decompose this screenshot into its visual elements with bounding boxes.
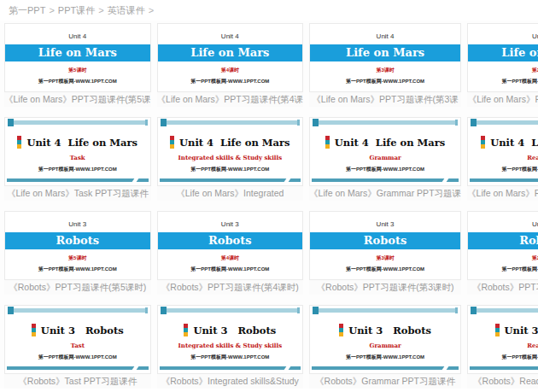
- courseware-item: Unit 3 Robots Tast 第一PPT模板网-WWW.1PPT.COM…: [4, 305, 151, 389]
- courseware-thumbnail[interactable]: Unit 3 Robots 第5课时 第一PPT模板网-WWW.1PPT.COM: [4, 211, 151, 280]
- courseware-caption-link[interactable]: 《Life on Mars》Reading PPT习题课: [467, 186, 538, 201]
- unit-label: Unit 3: [5, 220, 150, 228]
- lesson-number: 第2课时: [468, 67, 538, 74]
- watermark-text: 第一PPT模板网-WWW.1PPT.COM: [310, 78, 460, 85]
- watermark-text: 第一PPT模板网-WWW.1PPT.COM: [5, 266, 150, 273]
- bottom-bar-decoration: [470, 366, 538, 370]
- courseware-item: Unit 3 Robots 第2课时 第一PPT模板网-WWW.1PPT.COM…: [467, 211, 538, 295]
- watermark-text: 第一PPT模板网-WWW.1PPT.COM: [158, 166, 303, 173]
- bottom-bar-decoration: [312, 178, 459, 182]
- courseware-caption-link[interactable]: 《Life on Mars》Task PPT习题课件: [4, 186, 151, 201]
- courseware-thumbnail[interactable]: Unit 4 Life on Mars 第2课时 第一PPT模板网-WWW.1P…: [467, 23, 538, 92]
- slide-banner-title: Life on Mars: [468, 44, 538, 61]
- courseware-caption-link[interactable]: 《Life on Mars》PPT习题课件(第2课: [467, 92, 538, 107]
- bottom-bar-decoration: [470, 178, 538, 182]
- courseware-item: Unit 4 Life on Mars 第5课时 第一PPT模板网-WWW.1P…: [4, 23, 151, 107]
- unit-label: Unit 3: [468, 220, 538, 228]
- courseware-item: Unit 4 Life on Mars Task 第一PPT模板网-WWW.1P…: [4, 117, 151, 201]
- bottom-bar-decoration: [160, 178, 301, 182]
- top-bar-decoration: [8, 308, 148, 313]
- courseware-thumbnail[interactable]: Unit 3 Robots 第3课时 第一PPT模板网-WWW.1PPT.COM: [309, 211, 461, 280]
- watermark-text: 第一PPT模板网-WWW.1PPT.COM: [468, 166, 538, 173]
- breadcrumb-link[interactable]: 英语课件: [108, 5, 145, 15]
- courseware-item: Unit 3 Robots Integrated skills & Study …: [157, 305, 304, 389]
- top-bar-decoration: [313, 120, 458, 125]
- watermark-text: 第一PPT模板网-WWW.1PPT.COM: [310, 266, 460, 273]
- courseware-caption-link[interactable]: 《Robots》PPT习题课件(第2课时): [467, 280, 538, 295]
- courseware-caption-link[interactable]: 《Robots》PPT习题课件(第4课时): [157, 280, 304, 295]
- slide-banner-title: Life on Mars: [5, 44, 150, 61]
- stacked-cubes-icon: [170, 136, 174, 149]
- courseware-caption-link[interactable]: 《Life on Mars》Integrated: [157, 186, 304, 201]
- breadcrumb-separator: >: [49, 5, 54, 15]
- breadcrumb-link[interactable]: PPT课件: [58, 5, 95, 15]
- slide-title: Unit 3 Robots: [505, 325, 538, 336]
- slide-title: Unit 4 Life on Mars: [335, 137, 446, 149]
- unit-label: Unit 3: [158, 220, 303, 228]
- unit-label: Unit 4: [310, 32, 460, 40]
- courseware-caption-link[interactable]: 《Life on Mars》PPT习题课件(第3课: [309, 92, 461, 107]
- courseware-caption-link[interactable]: 《Life on Mars》PPT习题课件(第5课: [4, 92, 151, 107]
- breadcrumb-link[interactable]: 第一PPT: [9, 5, 45, 15]
- slide-banner-title: Robots: [468, 232, 538, 249]
- courseware-thumbnail[interactable]: Unit 4 Life on Mars 第3课时 第一PPT模板网-WWW.1P…: [309, 23, 461, 92]
- courseware-caption-link[interactable]: 《Robots》Integrated skills&Study: [157, 374, 304, 389]
- slide-subtitle: Task: [5, 154, 150, 161]
- courseware-caption-link[interactable]: 《Robots》Tast PPT习题课件: [4, 374, 151, 389]
- breadcrumb-separator: >: [149, 5, 154, 15]
- courseware-thumbnail[interactable]: Unit 3 Robots Integrated skills & Study …: [157, 305, 304, 374]
- slide-title: Unit 4 Life on Mars: [179, 137, 290, 149]
- stacked-cubes-icon: [495, 324, 500, 336]
- courseware-thumbnail[interactable]: Unit 3 Robots Tast 第一PPT模板网-WWW.1PPT.COM: [4, 305, 151, 374]
- slide-subtitle: Integrated skills & Study skills: [158, 342, 303, 349]
- courseware-caption-link[interactable]: 《Robots》Grammar PPT习题课件: [309, 374, 461, 389]
- courseware-thumbnail[interactable]: Unit 4 Life on Mars Task 第一PPT模板网-WWW.1P…: [4, 117, 151, 186]
- courseware-item: Unit 3 Robots Grammar 第一PPT模板网-WWW.1PPT.…: [309, 305, 461, 389]
- courseware-thumbnail[interactable]: Unit 3 Robots 第2课时 第一PPT模板网-WWW.1PPT.COM: [467, 211, 538, 280]
- top-bar-decoration: [471, 120, 538, 125]
- watermark-text: 第一PPT模板网-WWW.1PPT.COM: [158, 78, 303, 85]
- courseware-caption-link[interactable]: 《Life on Mars》PPT习题课件(第4课: [157, 92, 304, 107]
- slide-title: Unit 4 Life on Mars: [26, 137, 137, 149]
- slide-title: Unit 3 Robots: [41, 325, 124, 336]
- top-bar-decoration: [161, 120, 301, 125]
- breadcrumb: 第一PPT>PPT课件>英语课件>: [0, 0, 538, 20]
- bottom-bar-decoration: [312, 366, 459, 370]
- courseware-thumbnail[interactable]: Unit 4 Life on Mars 第4课时 第一PPT模板网-WWW.1P…: [157, 23, 304, 92]
- breadcrumb-separator: >: [98, 5, 103, 15]
- bottom-bar-decoration: [7, 178, 149, 182]
- courseware-thumbnail[interactable]: Unit 3 Robots Grammar 第一PPT模板网-WWW.1PPT.…: [309, 305, 461, 374]
- lesson-number: 第3课时: [310, 67, 460, 74]
- lesson-number: 第4课时: [158, 67, 303, 74]
- courseware-thumbnail[interactable]: Unit 4 Life on Mars Integrated skills & …: [157, 117, 304, 186]
- courseware-caption-link[interactable]: 《Robots》Reading PPT习题课件: [467, 374, 538, 389]
- stacked-cubes-icon: [17, 136, 21, 149]
- courseware-thumbnail[interactable]: Unit 3 Robots 第4课时 第一PPT模板网-WWW.1PPT.COM: [157, 211, 304, 280]
- slide-title: Unit 4 Life on Mars: [490, 137, 538, 149]
- courseware-item: Unit 4 Life on Mars 第2课时 第一PPT模板网-WWW.1P…: [467, 23, 538, 107]
- unit-label: Unit 3: [310, 220, 460, 228]
- slide-banner-title: Life on Mars: [158, 44, 303, 61]
- watermark-text: 第一PPT模板网-WWW.1PPT.COM: [468, 78, 538, 85]
- courseware-item: Unit 3 Robots 第3课时 第一PPT模板网-WWW.1PPT.COM…: [309, 211, 461, 295]
- watermark-text: 第一PPT模板网-WWW.1PPT.COM: [310, 354, 460, 361]
- courseware-caption-link[interactable]: 《Life on Mars》Grammar PPT习题课: [309, 186, 461, 201]
- courseware-thumbnail[interactable]: Unit 3 Robots Reading 第一PPT模板网-WWW.1PPT.…: [467, 305, 538, 374]
- courseware-caption-link[interactable]: 《Robots》PPT习题课件(第5课时): [4, 280, 151, 295]
- watermark-text: 第一PPT模板网-WWW.1PPT.COM: [468, 354, 538, 361]
- slide-banner-title: Life on Mars: [310, 44, 460, 61]
- slide-subtitle: Reading: [468, 154, 538, 161]
- top-bar-decoration: [471, 308, 538, 313]
- courseware-item: Unit 4 Life on Mars Grammar 第一PPT模板网-WWW…: [309, 117, 461, 201]
- stacked-cubes-icon: [481, 136, 485, 149]
- slide-title: Unit 3 Robots: [193, 325, 276, 336]
- courseware-thumbnail[interactable]: Unit 4 Life on Mars Reading 第一PPT模板网-WWW…: [467, 117, 538, 186]
- watermark-text: 第一PPT模板网-WWW.1PPT.COM: [158, 354, 303, 361]
- courseware-item: Unit 4 Life on Mars Integrated skills & …: [157, 117, 304, 201]
- courseware-caption-link[interactable]: 《Robots》PPT习题课件(第3课时): [309, 280, 461, 295]
- courseware-thumbnail[interactable]: Unit 4 Life on Mars 第5课时 第一PPT模板网-WWW.1P…: [4, 23, 151, 92]
- slide-subtitle: Grammar: [310, 154, 460, 161]
- courseware-thumbnail[interactable]: Unit 4 Life on Mars Grammar 第一PPT模板网-WWW…: [309, 117, 461, 186]
- slide-banner-title: Robots: [5, 232, 150, 249]
- courseware-item: Unit 4 Life on Mars 第4课时 第一PPT模板网-WWW.1P…: [157, 23, 304, 107]
